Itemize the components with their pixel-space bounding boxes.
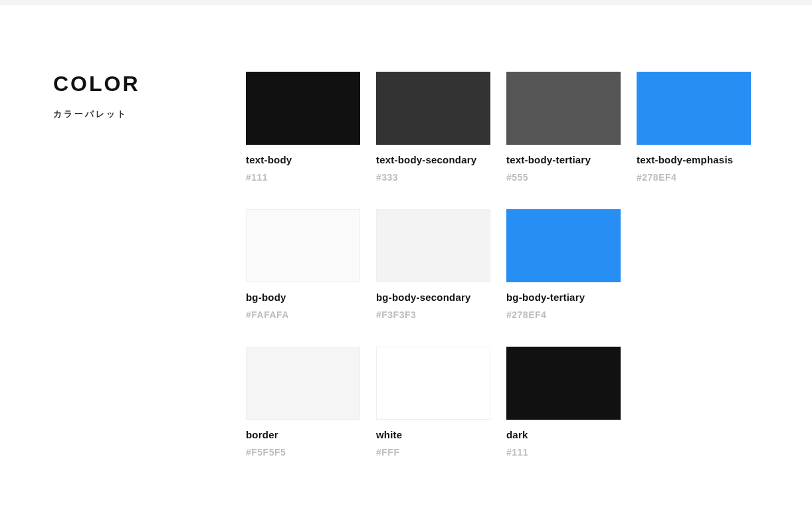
color-swatch-hex: #111 (506, 447, 621, 458)
color-swatch-hex: #111 (246, 172, 360, 183)
color-swatch-hex: #278EF4 (637, 172, 751, 183)
color-swatch-name: white (376, 429, 490, 440)
color-swatch-name: bg-body-tertiary (506, 292, 621, 303)
color-swatch-hex: #F5F5F5 (246, 447, 360, 458)
color-swatch (637, 72, 751, 145)
color-swatch-hex: #333 (376, 172, 490, 183)
color-swatch-name: border (246, 429, 360, 440)
page-container: COLOR カラーパレット text-body #111 text-body-s… (0, 5, 812, 484)
color-swatch (246, 209, 360, 282)
top-bar (0, 0, 812, 5)
page-title: COLOR (53, 72, 246, 96)
color-swatch (376, 347, 490, 420)
color-swatch (376, 72, 490, 145)
color-swatch-hex: #FAFAFA (246, 309, 360, 320)
color-swatch-name: text-body-emphasis (637, 154, 751, 165)
color-swatch-item: bg-body-secondary #F3F3F3 (376, 209, 490, 320)
color-swatch-name: text-body-tertiary (506, 154, 621, 165)
color-swatch-item: border #F5F5F5 (246, 347, 360, 458)
color-swatch (376, 209, 490, 282)
color-swatch-item: dark #111 (506, 347, 621, 458)
header-column: COLOR カラーパレット (53, 72, 246, 458)
color-swatch-item: text-body-tertiary #555 (506, 72, 621, 183)
color-swatch-item: bg-body-tertiary #278EF4 (506, 209, 621, 320)
page-subtitle: カラーパレット (53, 108, 246, 120)
color-swatch-name: dark (506, 429, 621, 440)
color-swatch-name: text-body (246, 154, 360, 165)
color-swatch-hex: #FFF (376, 447, 490, 458)
color-swatch-item: text-body-secondary #333 (376, 72, 490, 183)
color-swatch (506, 347, 621, 420)
color-swatch (246, 347, 360, 420)
color-swatch-item: white #FFF (376, 347, 490, 458)
color-grid: text-body #111 text-body-secondary #333 … (246, 72, 751, 458)
color-swatch-hex: #F3F3F3 (376, 309, 490, 320)
color-swatch-name: text-body-secondary (376, 154, 490, 165)
color-swatch-item: text-body-emphasis #278EF4 (637, 72, 751, 183)
color-swatch-hex: #278EF4 (506, 309, 621, 320)
color-swatch (506, 209, 621, 282)
color-swatch-name: bg-body-secondary (376, 292, 490, 303)
color-swatch (506, 72, 621, 145)
color-swatch-name: bg-body (246, 292, 360, 303)
color-swatch (246, 72, 360, 145)
color-swatch-item: text-body #111 (246, 72, 360, 183)
color-swatch-hex: #555 (506, 172, 621, 183)
color-swatch-item: bg-body #FAFAFA (246, 209, 360, 320)
